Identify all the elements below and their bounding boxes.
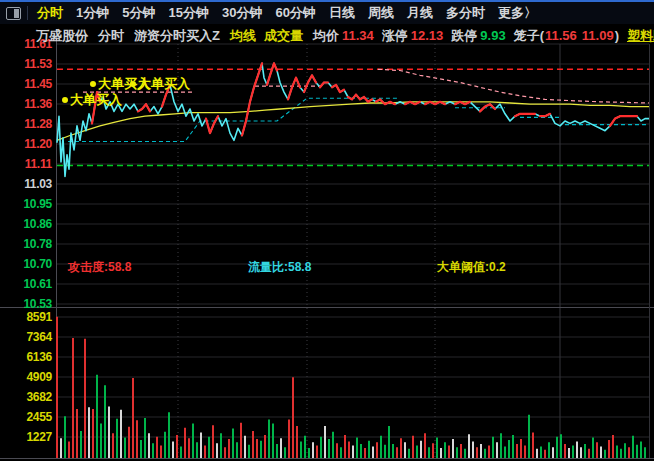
- title-segment: 涨停: [382, 27, 408, 45]
- buy-annotation-text: 大单买入: [70, 91, 122, 109]
- title-segment: 11.34: [342, 28, 374, 43]
- price-axis-label: 10.61: [0, 277, 52, 291]
- title-segment: 分时: [98, 27, 124, 45]
- volume-axis-label: 2455: [0, 410, 52, 424]
- buy-annotation-text: 大单买入: [138, 75, 190, 93]
- price-axis-label: 11.20: [0, 137, 52, 151]
- price-axis-label: 10.78: [0, 237, 52, 251]
- volume-axis-label: 3682: [0, 390, 52, 404]
- title-segment: 万盛股份: [36, 27, 88, 45]
- volume-axis-label: 7364: [0, 330, 52, 344]
- volume-axis-label: 6136: [0, 350, 52, 364]
- title-segment: 9.93: [480, 28, 505, 43]
- title-segment: 11.09: [582, 28, 614, 43]
- price-axis-label: 11.03: [0, 177, 52, 191]
- price-axis-label: 10.70: [0, 257, 52, 271]
- title-segment: 跌停: [451, 27, 477, 45]
- buy-dot-icon: [62, 97, 68, 103]
- title-segment: 笼子(: [514, 27, 544, 45]
- buy-dot-icon: [130, 81, 136, 87]
- stock-app-window: 分时1分钟5分钟15分钟30分钟60分钟日线周线月线多分时更多〉 万盛股份分时游…: [0, 0, 654, 461]
- price-axis-label: 11.28: [0, 117, 52, 131]
- chart-canvas[interactable]: [0, 0, 654, 461]
- title-segment: 游资分时买入Z: [134, 27, 220, 45]
- price-axis-label: 10.53: [0, 297, 52, 311]
- price-axis-label: 10.86: [0, 217, 52, 231]
- big-order-buy-marker: 大单买入: [62, 91, 122, 109]
- title-segment: 11.56: [545, 28, 577, 43]
- indicator-label: 大单阈值:0.2: [437, 259, 506, 276]
- title-segment: 12.13: [411, 28, 444, 43]
- price-axis-label: 11.45: [0, 77, 52, 91]
- price-axis-label: 11.53: [0, 57, 52, 71]
- title-segment: 成交量: [264, 27, 303, 45]
- chart-title-bar: 万盛股份分时游资分时买入Z均线成交量均价11.34涨停12.13跌停9.93笼子…: [36, 27, 654, 43]
- title-segment: ): [615, 28, 619, 43]
- volume-axis-label: 8591: [0, 310, 52, 324]
- indicator-label: 攻击度:58.8: [68, 259, 131, 276]
- price-axis-label: 10.95: [0, 197, 52, 211]
- indicator-label: 流量比:58.8: [248, 259, 311, 276]
- title-segment: 均价: [313, 27, 339, 45]
- sector-link[interactable]: 塑料助剂: [627, 27, 654, 45]
- volume-axis-label: 4909: [0, 370, 52, 384]
- price-axis-label: 11.36: [0, 97, 52, 111]
- volume-axis-label: 1227: [0, 430, 52, 444]
- big-order-buy-marker: 大单买入: [130, 75, 190, 93]
- buy-dot-icon: [90, 81, 96, 87]
- title-segment: 均线: [230, 27, 256, 45]
- price-axis-label: 11.11: [0, 157, 52, 171]
